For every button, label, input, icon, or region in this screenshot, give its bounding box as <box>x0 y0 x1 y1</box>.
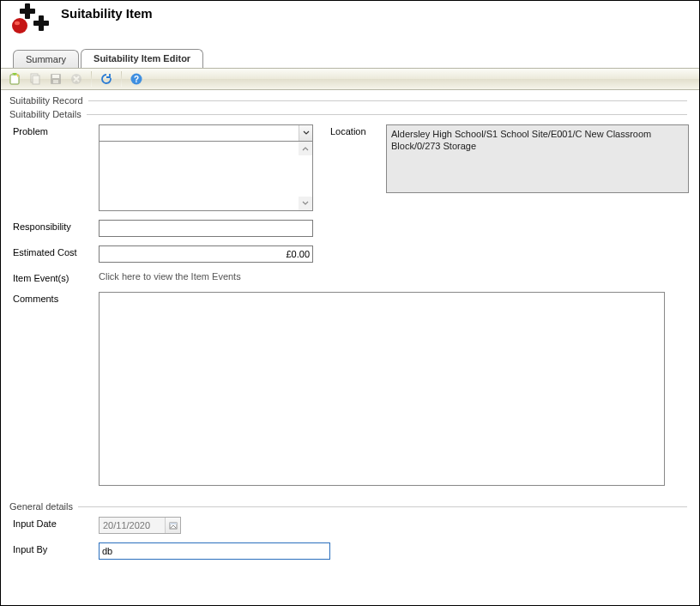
tab-suitability-item-editor[interactable]: Suitability Item Editor <box>81 49 203 68</box>
problem-list[interactable] <box>100 142 312 210</box>
svg-point-5 <box>15 21 20 25</box>
svg-point-4 <box>12 18 27 33</box>
general-details-legend: General details <box>9 501 691 512</box>
estimated-cost-input[interactable] <box>99 245 313 263</box>
input-date-label: Input Date <box>13 517 99 529</box>
input-by-field[interactable] <box>99 542 330 560</box>
page-title: Suitability Item <box>61 6 153 21</box>
scroll-down-icon[interactable] <box>299 197 312 210</box>
comments-label: Comments <box>13 292 99 304</box>
calendar-icon[interactable] <box>165 518 180 533</box>
tab-summary[interactable]: Summary <box>13 50 79 68</box>
responsibility-input[interactable] <box>99 220 313 237</box>
scroll-up-icon[interactable] <box>299 142 312 155</box>
problem-combo[interactable] <box>99 124 313 211</box>
suitability-record-legend: Suitability Record <box>9 95 691 106</box>
general-details-fieldset: General details Input Date 20/11/2020 In… <box>9 501 691 563</box>
svg-rect-8 <box>33 76 39 84</box>
input-date-value: 20/11/2020 <box>100 520 165 530</box>
header: Suitability Item <box>1 1 699 44</box>
responsibility-label: Responsibility <box>13 220 99 232</box>
location-label: Location <box>330 124 386 136</box>
svg-rect-10 <box>52 75 59 78</box>
help-button[interactable]: ? <box>128 70 145 88</box>
svg-text:?: ? <box>134 75 139 84</box>
estimated-cost-label: Estimated Cost <box>13 245 99 258</box>
location-display: Aldersley High School/S1 School Site/E00… <box>386 124 689 193</box>
refresh-button[interactable] <box>98 70 115 88</box>
suitability-record-fieldset: Suitability Record <box>9 95 691 106</box>
input-by-label: Input By <box>13 542 99 554</box>
comments-textarea[interactable] <box>99 292 665 486</box>
toolbar: ? <box>1 68 699 90</box>
suitability-details-legend: Suitability Details <box>9 109 691 119</box>
svg-rect-11 <box>53 80 58 83</box>
copy-button[interactable] <box>27 70 44 88</box>
delete-button[interactable] <box>68 70 85 88</box>
input-date-picker[interactable]: 20/11/2020 <box>99 517 181 534</box>
svg-rect-1 <box>20 9 35 14</box>
tab-bar: Summary Suitability Item Editor <box>1 49 699 68</box>
item-events-label: Item Event(s) <box>13 271 99 283</box>
app-logo <box>8 2 49 43</box>
new-button[interactable] <box>6 70 23 88</box>
chevron-down-icon[interactable] <box>299 125 312 141</box>
svg-rect-16 <box>170 523 177 524</box>
item-events-link[interactable]: Click here to view the Item Events <box>99 271 241 282</box>
svg-rect-3 <box>33 21 49 26</box>
problem-label: Problem <box>13 124 99 136</box>
save-button[interactable] <box>47 70 64 88</box>
suitability-details-fieldset: Suitability Details Problem <box>9 109 691 498</box>
